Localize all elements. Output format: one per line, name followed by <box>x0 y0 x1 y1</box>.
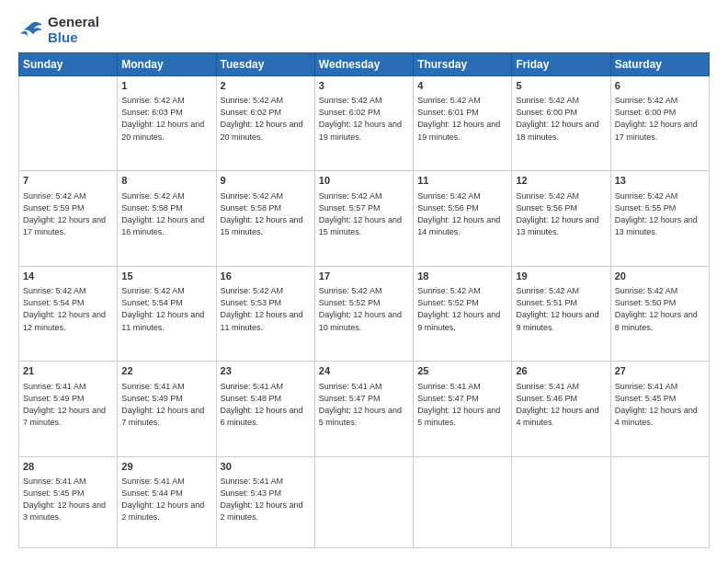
calendar-cell: 21Sunrise: 5:41 AMSunset: 5:49 PMDayligh… <box>19 362 118 456</box>
sunset-text: Sunset: 5:52 PM <box>417 298 479 307</box>
sunrise-text: Sunrise: 5:42 AM <box>516 96 579 105</box>
daylight-text: Daylight: 12 hours and20 minutes. <box>221 120 303 141</box>
calendar-cell <box>610 456 709 547</box>
daylight-text: Daylight: 12 hours and9 minutes. <box>516 310 598 331</box>
calendar-cell: 23Sunrise: 5:41 AMSunset: 5:48 PMDayligh… <box>216 362 314 456</box>
sunset-text: Sunset: 6:03 PM <box>121 108 183 117</box>
sunrise-text: Sunrise: 5:42 AM <box>121 191 185 201</box>
day-number: 5 <box>516 79 606 93</box>
sunrise-text: Sunrise: 5:42 AM <box>121 96 185 105</box>
sunrise-text: Sunrise: 5:42 AM <box>417 286 481 295</box>
sunrise-text: Sunrise: 5:41 AM <box>221 477 284 486</box>
weekday-header-friday: Friday <box>512 53 610 76</box>
sunset-text: Sunset: 5:54 PM <box>23 298 85 307</box>
cell-info: Sunrise: 5:42 AMSunset: 5:59 PMDaylight:… <box>23 190 113 238</box>
daylight-text: Daylight: 12 hours and9 minutes. <box>417 310 500 331</box>
day-number: 15 <box>121 270 211 283</box>
cell-info: Sunrise: 5:42 AMSunset: 5:58 PMDaylight:… <box>221 190 311 238</box>
weekday-header-sunday: Sunday <box>19 53 118 76</box>
day-number: 23 <box>221 364 311 378</box>
calendar-week-2: 7Sunrise: 5:42 AMSunset: 5:59 PMDaylight… <box>19 171 710 266</box>
cell-info: Sunrise: 5:42 AMSunset: 5:56 PMDaylight:… <box>516 190 606 238</box>
day-number: 14 <box>23 270 113 283</box>
calendar-cell: 9Sunrise: 5:42 AMSunset: 5:58 PMDaylight… <box>216 171 314 266</box>
cell-info: Sunrise: 5:42 AMSunset: 5:52 PMDaylight:… <box>417 285 507 333</box>
sunset-text: Sunset: 5:49 PM <box>121 394 183 403</box>
cell-info: Sunrise: 5:41 AMSunset: 5:49 PMDaylight:… <box>121 381 211 429</box>
sunrise-text: Sunrise: 5:41 AM <box>516 382 579 391</box>
page: General Blue SundayMondayTuesdayWednesda… <box>0 0 728 563</box>
sunrise-text: Sunrise: 5:42 AM <box>615 286 678 295</box>
sunrise-text: Sunrise: 5:41 AM <box>319 382 382 391</box>
sunrise-text: Sunrise: 5:41 AM <box>121 382 185 391</box>
calendar-cell: 6Sunrise: 5:42 AMSunset: 6:00 PMDaylight… <box>610 76 709 171</box>
sunset-text: Sunset: 6:01 PM <box>417 108 479 117</box>
daylight-text: Daylight: 12 hours and5 minutes. <box>319 406 402 427</box>
daylight-text: Daylight: 12 hours and16 minutes. <box>121 215 204 236</box>
cell-info: Sunrise: 5:42 AMSunset: 5:58 PMDaylight:… <box>121 190 211 238</box>
calendar-week-3: 14Sunrise: 5:42 AMSunset: 5:54 PMDayligh… <box>19 266 710 361</box>
calendar-cell: 10Sunrise: 5:42 AMSunset: 5:57 PMDayligh… <box>314 171 413 266</box>
sunset-text: Sunset: 5:48 PM <box>221 394 282 403</box>
cell-info: Sunrise: 5:42 AMSunset: 6:00 PMDaylight:… <box>615 95 705 143</box>
daylight-text: Daylight: 12 hours and17 minutes. <box>23 215 106 236</box>
sunrise-text: Sunrise: 5:41 AM <box>23 477 86 486</box>
sunrise-text: Sunrise: 5:42 AM <box>221 191 284 201</box>
sunrise-text: Sunrise: 5:42 AM <box>319 96 382 105</box>
day-number: 9 <box>221 174 311 188</box>
sunrise-text: Sunrise: 5:42 AM <box>121 286 185 295</box>
weekday-header-tuesday: Tuesday <box>216 53 314 76</box>
day-number: 4 <box>417 79 507 93</box>
daylight-text: Daylight: 12 hours and4 minutes. <box>516 406 598 427</box>
sunset-text: Sunset: 6:00 PM <box>615 108 677 117</box>
sunrise-text: Sunrise: 5:41 AM <box>417 382 481 391</box>
daylight-text: Daylight: 12 hours and20 minutes. <box>121 120 204 141</box>
daylight-text: Daylight: 12 hours and2 minutes. <box>221 500 303 522</box>
calendar-cell: 2Sunrise: 5:42 AMSunset: 6:02 PMDaylight… <box>216 76 314 171</box>
day-number: 8 <box>121 174 211 188</box>
daylight-text: Daylight: 12 hours and5 minutes. <box>417 406 500 427</box>
calendar-table: SundayMondayTuesdayWednesdayThursdayFrid… <box>18 52 710 548</box>
day-number: 20 <box>615 270 705 283</box>
day-number: 2 <box>221 79 311 93</box>
sunrise-text: Sunrise: 5:42 AM <box>319 191 382 201</box>
sunset-text: Sunset: 5:55 PM <box>615 203 677 213</box>
cell-info: Sunrise: 5:42 AMSunset: 6:01 PMDaylight:… <box>417 95 507 143</box>
cell-info: Sunrise: 5:42 AMSunset: 5:57 PMDaylight:… <box>319 190 409 238</box>
calendar-week-5: 28Sunrise: 5:41 AMSunset: 5:45 PMDayligh… <box>19 456 710 547</box>
calendar-cell: 17Sunrise: 5:42 AMSunset: 5:52 PMDayligh… <box>314 266 413 361</box>
sunset-text: Sunset: 5:56 PM <box>516 203 577 213</box>
calendar-cell <box>414 456 512 547</box>
sunrise-text: Sunrise: 5:42 AM <box>615 191 678 201</box>
day-number: 16 <box>221 270 311 283</box>
sunset-text: Sunset: 5:47 PM <box>319 394 381 403</box>
daylight-text: Daylight: 12 hours and11 minutes. <box>121 310 204 331</box>
daylight-text: Daylight: 12 hours and12 minutes. <box>23 310 106 331</box>
calendar-week-4: 21Sunrise: 5:41 AMSunset: 5:49 PMDayligh… <box>19 362 710 456</box>
weekday-header-monday: Monday <box>118 53 216 76</box>
sunset-text: Sunset: 5:57 PM <box>319 203 381 213</box>
cell-info: Sunrise: 5:42 AMSunset: 5:50 PMDaylight:… <box>615 285 705 333</box>
sunset-text: Sunset: 5:47 PM <box>417 394 479 403</box>
logo: General Blue <box>18 15 99 45</box>
cell-info: Sunrise: 5:41 AMSunset: 5:49 PMDaylight:… <box>23 381 113 429</box>
calendar-cell: 18Sunrise: 5:42 AMSunset: 5:52 PMDayligh… <box>414 266 512 361</box>
day-number: 29 <box>121 460 211 474</box>
sunrise-text: Sunrise: 5:42 AM <box>615 96 678 105</box>
weekday-header-row: SundayMondayTuesdayWednesdayThursdayFrid… <box>19 53 710 76</box>
calendar-cell: 7Sunrise: 5:42 AMSunset: 5:59 PMDaylight… <box>19 171 118 266</box>
sunset-text: Sunset: 5:58 PM <box>121 203 183 213</box>
calendar-cell: 15Sunrise: 5:42 AMSunset: 5:54 PMDayligh… <box>118 266 216 361</box>
day-number: 30 <box>221 460 311 474</box>
day-number: 18 <box>417 270 507 283</box>
sunrise-text: Sunrise: 5:41 AM <box>615 382 678 391</box>
calendar-cell: 11Sunrise: 5:42 AMSunset: 5:56 PMDayligh… <box>414 171 512 266</box>
sunset-text: Sunset: 5:56 PM <box>417 203 479 213</box>
day-number: 27 <box>615 364 705 378</box>
day-number: 25 <box>417 364 507 378</box>
calendar-cell: 19Sunrise: 5:42 AMSunset: 5:51 PMDayligh… <box>512 266 610 361</box>
calendar-cell: 24Sunrise: 5:41 AMSunset: 5:47 PMDayligh… <box>314 362 413 456</box>
daylight-text: Daylight: 12 hours and18 minutes. <box>516 120 598 141</box>
daylight-text: Daylight: 12 hours and15 minutes. <box>221 215 303 236</box>
day-number: 10 <box>319 174 409 188</box>
